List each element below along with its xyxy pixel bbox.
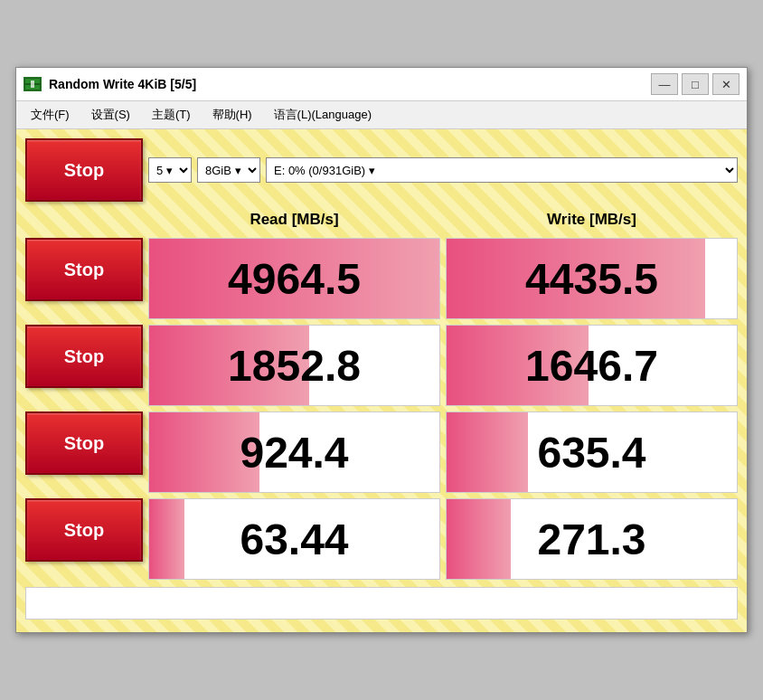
menu-help[interactable]: 帮助(H) xyxy=(203,104,261,126)
write-value-3: 271.3 xyxy=(537,515,645,564)
controls-row: Stop 5 ▾ 8GiB ▾ E: 0% (0/931GiB) ▾ xyxy=(25,138,738,202)
status-bar xyxy=(25,587,738,620)
read-value-3: 63.44 xyxy=(240,515,348,564)
data-row-0: Stop 4964.5 4435.5 xyxy=(25,238,738,319)
read-value-0: 4964.5 xyxy=(228,254,361,304)
stop-button-top[interactable]: Stop xyxy=(25,138,143,202)
main-window: Random Write 4KiB [5/5] — □ ✕ 文件(F) 设置(S… xyxy=(15,67,748,633)
write-value-2: 635.4 xyxy=(537,428,645,478)
count-select[interactable]: 5 ▾ xyxy=(148,157,192,183)
read-value-2: 924.4 xyxy=(240,428,348,478)
write-cell-2: 635.4 xyxy=(446,411,738,493)
drive-select[interactable]: E: 0% (0/931GiB) ▾ xyxy=(266,157,738,183)
minimize-button[interactable]: — xyxy=(651,73,678,95)
write-header: Write [MB/s] xyxy=(446,207,738,232)
menu-settings[interactable]: 设置(S) xyxy=(82,104,139,126)
menu-language[interactable]: 语言(L)(Language) xyxy=(265,104,381,126)
read-cell-3: 63.44 xyxy=(148,498,440,580)
read-cell-1: 1852.8 xyxy=(148,325,440,406)
write-cell-3: 271.3 xyxy=(446,498,738,580)
size-select[interactable]: 8GiB ▾ xyxy=(197,157,260,183)
stop-button-2[interactable]: Stop xyxy=(25,411,143,475)
menu-theme[interactable]: 主题(T) xyxy=(143,104,200,126)
read-bar-3 xyxy=(149,499,184,579)
data-row-2: Stop 924.4 635.4 xyxy=(25,411,738,493)
write-bar-3 xyxy=(447,499,511,579)
write-value-1: 1646.7 xyxy=(525,341,658,391)
column-headers: Read [MB/s] Write [MB/s] xyxy=(148,207,738,232)
menu-file[interactable]: 文件(F) xyxy=(22,104,79,126)
write-value-0: 4435.5 xyxy=(525,254,658,304)
data-row-3: Stop 63.44 271.3 xyxy=(25,498,738,580)
read-value-1: 1852.8 xyxy=(228,341,361,391)
maximize-button[interactable]: □ xyxy=(682,73,709,95)
stop-button-0[interactable]: Stop xyxy=(25,238,143,301)
write-cell-0: 4435.5 xyxy=(446,238,738,319)
svg-rect-3 xyxy=(31,80,34,88)
window-title: Random Write 4KiB [5/5] xyxy=(49,77,644,91)
menu-bar: 文件(F) 设置(S) 主题(T) 帮助(H) 语言(L)(Language) xyxy=(16,101,747,129)
write-bar-2 xyxy=(447,412,528,492)
read-cell-2: 924.4 xyxy=(148,411,440,493)
read-cell-0: 4964.5 xyxy=(148,238,440,319)
main-content: Stop 5 ▾ 8GiB ▾ E: 0% (0/931GiB) ▾ Read … xyxy=(16,129,747,632)
stop-button-1[interactable]: Stop xyxy=(25,325,143,388)
stop-button-3[interactable]: Stop xyxy=(25,498,143,562)
app-icon xyxy=(24,77,42,91)
data-row-1: Stop 1852.8 1646.7 xyxy=(25,325,738,406)
window-controls: — □ ✕ xyxy=(651,73,739,95)
close-button[interactable]: ✕ xyxy=(712,73,739,95)
read-header: Read [MB/s] xyxy=(148,207,440,232)
title-bar: Random Write 4KiB [5/5] — □ ✕ xyxy=(16,68,747,101)
write-cell-1: 1646.7 xyxy=(446,325,738,406)
